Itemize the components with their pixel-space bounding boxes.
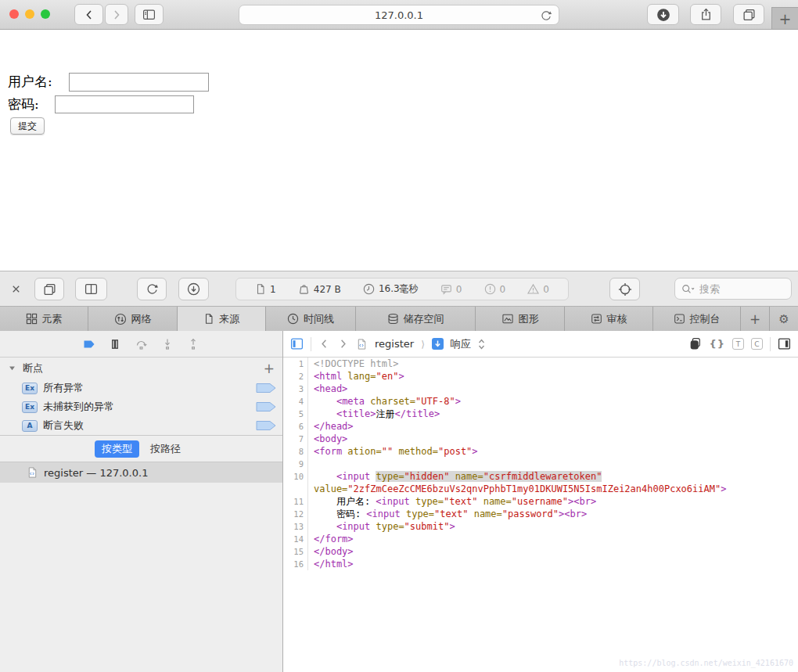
line-number[interactable]: 13 [283, 520, 308, 533]
gear-icon: ⚙ [778, 312, 789, 326]
minimize-window-button[interactable] [25, 9, 34, 19]
tab-console[interactable]: 控制台 [653, 307, 741, 331]
history-back-icon[interactable] [318, 338, 330, 350]
close-icon [10, 283, 22, 295]
pause-icon[interactable] [109, 338, 121, 350]
line-content: <html lang="en"> [308, 370, 404, 383]
line-number[interactable]: 9 [283, 458, 308, 470]
detach-window-icon [43, 282, 56, 296]
line-number[interactable]: 11 [283, 495, 308, 508]
warning-count: 0 [527, 283, 549, 295]
tab-network[interactable]: 网络 [88, 307, 178, 331]
detach-inspector-button[interactable] [34, 278, 64, 300]
share-button[interactable] [690, 4, 721, 25]
password-label: 密码: [8, 95, 39, 113]
line-number[interactable]: 10 [283, 470, 308, 483]
local-override-icon[interactable] [688, 337, 702, 350]
add-tab-button[interactable]: + [741, 307, 770, 331]
step-into-icon[interactable] [161, 338, 174, 350]
line-number[interactable]: 16 [283, 558, 308, 570]
code-line: 6</head> [283, 420, 798, 433]
right-panel-toggle-icon[interactable] [778, 337, 791, 350]
submit-button[interactable]: 提交 [10, 117, 45, 135]
breadcrumb-resource[interactable]: register [375, 338, 414, 350]
weight-icon [298, 283, 310, 295]
disclosure-triangle-icon[interactable] [8, 364, 16, 372]
reload-icon[interactable] [540, 9, 552, 22]
close-window-button[interactable] [9, 9, 19, 19]
web-page-viewport: 用户名: 密码: 提交 [0, 31, 798, 271]
breakpoints-title: 断点 [23, 361, 43, 376]
line-number[interactable]: 5 [283, 408, 308, 420]
add-breakpoint-button[interactable]: + [264, 361, 275, 376]
breakpoint-toggle-icon[interactable] [256, 401, 276, 413]
forward-button[interactable] [105, 4, 128, 25]
download-icon [187, 282, 200, 296]
breakpoint-item[interactable]: A断言失败 [0, 416, 282, 435]
close-inspector-button[interactable] [6, 279, 25, 298]
line-number[interactable]: 7 [283, 433, 308, 445]
resource-row[interactable]: register — 127.0.0.1 [0, 462, 282, 483]
download-page-button[interactable] [178, 278, 209, 300]
reload-page-button[interactable] [137, 278, 167, 300]
element-picker-button[interactable] [609, 278, 640, 300]
line-number[interactable]: 3 [283, 383, 308, 395]
line-number[interactable]: 12 [283, 508, 308, 520]
tab-storage[interactable]: 储存空间 [356, 307, 476, 331]
new-tab-button[interactable]: + [771, 7, 798, 30]
tab-timeline[interactable]: 时间线 [266, 307, 356, 331]
type-profiler-icon[interactable]: T [732, 338, 744, 350]
history-forward-icon[interactable] [337, 338, 349, 350]
show-tabs-button[interactable] [733, 4, 764, 25]
line-number[interactable]: 15 [283, 545, 308, 558]
group-by-option[interactable]: 按路径 [143, 440, 188, 458]
back-button[interactable] [74, 4, 103, 25]
exclamation-circle-icon [484, 283, 496, 295]
code-document-icon [27, 466, 38, 479]
search-input[interactable] [699, 283, 785, 295]
step-over-icon[interactable] [135, 338, 148, 350]
line-number[interactable]: 1 [283, 358, 308, 370]
tab-sources[interactable]: 来源 [178, 307, 266, 331]
breakpoint-item[interactable]: Ex未捕获到的异常 [0, 397, 282, 416]
line-content: <body> [308, 433, 347, 445]
address-bar[interactable]: 127.0.0.1 [239, 5, 559, 25]
content-navigation-bar: register ⟩ 响应 {} T C [283, 331, 798, 358]
password-input[interactable] [55, 95, 194, 113]
document-count: 1 [255, 283, 276, 295]
download-circle-icon [656, 8, 670, 22]
code-coverage-icon[interactable]: C [751, 338, 763, 350]
plus-icon: + [779, 10, 792, 27]
console-icon [674, 313, 685, 325]
zoom-window-button[interactable] [41, 9, 50, 19]
tab-label: 图形 [519, 312, 539, 326]
line-number[interactable]: 6 [283, 420, 308, 433]
group-by-active[interactable]: 按类型 [95, 440, 139, 458]
dock-side-button[interactable] [75, 278, 107, 300]
stepper-icon[interactable] [478, 338, 485, 350]
tab-audit[interactable]: 审核 [565, 307, 653, 331]
image-icon [501, 313, 514, 325]
breakpoints-section-header[interactable]: 断点 + [0, 358, 282, 379]
pretty-print-icon[interactable]: {} [709, 338, 725, 350]
settings-tab-button[interactable]: ⚙ [770, 307, 798, 331]
sidebar-toggle-button[interactable] [135, 4, 164, 25]
breakpoints-enable-icon[interactable] [83, 338, 95, 350]
breakpoint-item[interactable]: Ex所有异常 [0, 379, 282, 397]
breakpoints-list: Ex所有异常Ex未捕获到的异常A断言失败 [0, 379, 282, 435]
tab-graphics[interactable]: 图形 [476, 307, 565, 331]
line-number[interactable]: 14 [283, 533, 308, 545]
line-number[interactable] [283, 483, 308, 495]
breakpoint-toggle-icon[interactable] [256, 419, 276, 432]
inspector-search-field[interactable] [674, 278, 792, 300]
breadcrumb-view[interactable]: 响应 [451, 337, 471, 351]
tab-elements[interactable]: 元素 [0, 307, 88, 331]
breakpoint-toggle-icon[interactable] [256, 382, 276, 394]
downloads-button[interactable] [647, 4, 679, 25]
username-input[interactable] [69, 73, 209, 92]
line-number[interactable]: 4 [283, 395, 308, 408]
step-out-icon[interactable] [187, 338, 200, 350]
left-panel-toggle-icon[interactable] [290, 337, 304, 350]
line-number[interactable]: 2 [283, 370, 308, 383]
line-number[interactable]: 8 [283, 445, 308, 458]
